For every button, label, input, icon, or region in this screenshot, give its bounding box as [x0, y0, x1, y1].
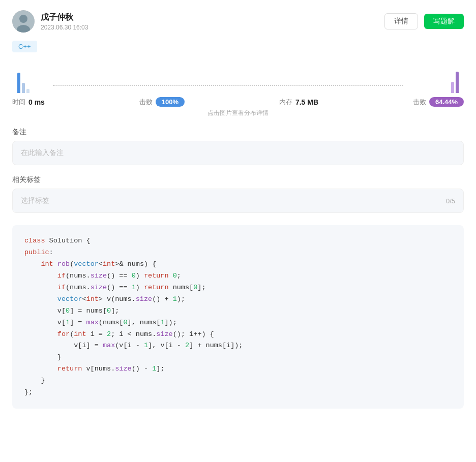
tags-section: 相关标签 选择标签 0/5 [12, 175, 464, 213]
tags-title: 相关标签 [12, 175, 464, 184]
code-line-12: return v[nums.size() - 1]; [24, 363, 452, 375]
page-container: 戊子仲秋 2023.06.30 16:03 详情 写题解 C++ [0, 0, 476, 419]
beat-stat: 击败 100% [139, 97, 185, 107]
user-text: 戊子仲秋 2023.06.30 16:03 [41, 12, 88, 31]
tags-count: 0/5 [446, 197, 455, 205]
user-info: 戊子仲秋 2023.06.30 16:03 [12, 10, 88, 33]
code-line-9: for(int i = 2; i < nums.size(); i++) { [24, 329, 452, 341]
time-value: 0 ms [28, 98, 45, 106]
beat2-stat: 击败 64.44% [413, 97, 464, 107]
header-actions: 详情 写题解 [384, 13, 464, 29]
code-line-3: int rob(vector<int>& nums) { [24, 259, 452, 270]
code-line-1: class Solution { [24, 235, 452, 247]
time-stat: 时间 0 ms [12, 98, 45, 107]
code-line-10: v[i] = max(v[i - 1], v[i - 2] + nums[i])… [24, 340, 452, 352]
memory-chart-bars [451, 72, 459, 93]
memory-label: 内存 [279, 98, 292, 107]
code-line-6: vector<int> v(nums.size() + 1); [24, 294, 452, 305]
datetime: 2023.06.30 16:03 [41, 24, 88, 31]
code-line-8: v[1] = max(nums[0], nums[1]); [24, 317, 452, 329]
notes-section: 备注 在此输入备注 [12, 128, 464, 165]
code-line-5: if(nums.size() == 1) return nums[0]; [24, 282, 452, 294]
notes-input[interactable]: 在此输入备注 [12, 141, 464, 165]
avatar [12, 10, 35, 33]
code-line-7: v[0] = nums[0]; [24, 305, 452, 317]
tags-selector[interactable]: 选择标签 0/5 [12, 189, 464, 213]
bar-3 [26, 89, 29, 93]
detail-button[interactable]: 详情 [384, 13, 418, 29]
language-tag: C++ [12, 41, 37, 52]
notes-title: 备注 [12, 128, 464, 137]
chart-area[interactable] [12, 63, 464, 93]
time-chart-bars [17, 73, 29, 93]
svg-point-1 [19, 15, 27, 23]
header: 戊子仲秋 2023.06.30 16:03 详情 写题解 [12, 10, 464, 33]
code-line-14: }; [24, 387, 452, 398]
write-solution-button[interactable]: 写题解 [424, 14, 464, 29]
chart-hint: 点击图片查看分布详情 [12, 109, 464, 117]
bar-2 [22, 83, 25, 93]
stats-section: 时间 0 ms 击败 100% 内存 7.5 MB 击败 64.44% 点击图片… [12, 63, 464, 117]
code-line-4: if(nums.size() == 0) return 0; [24, 270, 452, 282]
tags-placeholder: 选择标签 [21, 196, 49, 205]
memory-stat: 内存 7.5 MB [279, 98, 318, 107]
bar-r1 [451, 82, 454, 93]
time-label: 时间 [12, 98, 25, 107]
chart-dotted-line [53, 85, 403, 86]
beat-label: 击败 [139, 98, 153, 107]
beat-badge: 100% [156, 97, 185, 107]
bar-r2 [456, 72, 459, 93]
username: 戊子仲秋 [41, 12, 88, 23]
stats-row: 时间 0 ms 击败 100% 内存 7.5 MB 击败 64.44% [12, 97, 464, 107]
beat2-badge: 64.44% [429, 97, 464, 107]
bar-1 [17, 73, 20, 93]
code-line-11: } [24, 352, 452, 363]
beat2-label: 击败 [413, 98, 426, 107]
code-block: class Solution { public: int rob(vector<… [12, 225, 464, 409]
code-line-2: public: [24, 247, 452, 259]
code-line-13: } [24, 375, 452, 387]
memory-value: 7.5 MB [295, 98, 318, 106]
